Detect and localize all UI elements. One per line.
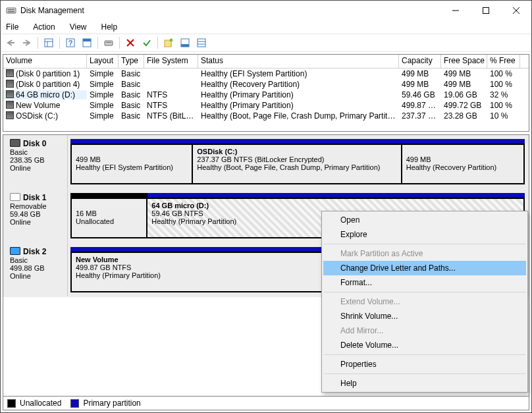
- volume-list[interactable]: VolumeLayoutTypeFile SystemStatusCapacit…: [3, 54, 529, 132]
- help-button[interactable]: ?: [63, 36, 78, 50]
- cell-status: Healthy (Primary Partition): [198, 90, 399, 99]
- cell-capacity: 499 MB: [399, 69, 441, 78]
- partition-label: New Volume: [76, 256, 119, 263]
- cell-status: Healthy (Boot, Page File, Crash Dump, Pr…: [198, 111, 399, 121]
- context-menu-item[interactable]: Format...: [323, 275, 526, 290]
- new-partition-icon[interactable]: [161, 36, 176, 50]
- disk-icon: [10, 247, 20, 255]
- toolbar: ?: [1, 34, 531, 52]
- disk-header-2[interactable]: Disk 2 Basic 499.88 GB Online: [3, 243, 68, 296]
- cell-pct: 100 %: [487, 69, 520, 78]
- partition-label: 64 GB micro (D:): [151, 202, 209, 209]
- cell-volume: OSDisk (C:): [3, 111, 87, 121]
- disk-size: 59.48 GB: [10, 210, 40, 218]
- disk-icon: [10, 139, 20, 147]
- close-button[interactable]: [501, 1, 531, 20]
- column-header-fs[interactable]: File System: [144, 55, 198, 68]
- volume-stripe-icon: [6, 80, 14, 88]
- disk-size: 238.35 GB: [10, 156, 45, 164]
- column-header-layout[interactable]: Layout: [87, 55, 119, 68]
- partition-label: OSDisk (C:): [197, 148, 237, 155]
- context-menu-item[interactable]: Shrink Volume...: [323, 309, 526, 323]
- context-menu-item: Mark Partition as Active: [323, 246, 526, 261]
- cell-type: Basic: [119, 80, 144, 89]
- volume-stripe-icon: [6, 111, 14, 119]
- disk-row-0: Disk 0 Basic 238.35 GB Online 499 MB Hea…: [3, 135, 529, 189]
- partition-box-unallocated[interactable]: 16 MB Unallocated: [70, 198, 147, 238]
- minimize-button[interactable]: [440, 1, 471, 20]
- maximize-button[interactable]: [471, 1, 501, 20]
- disk-status: Online: [10, 272, 31, 280]
- cell-status: Healthy (EFI System Partition): [198, 69, 399, 78]
- cell-pct: 32 %: [487, 90, 520, 99]
- context-menu-item: Extend Volume...: [323, 294, 526, 309]
- delete-icon[interactable]: [123, 36, 138, 50]
- partition-status: Healthy (Recovery Partition): [406, 163, 497, 171]
- partition-status: Healthy (EFI System Partition): [76, 163, 173, 171]
- volume-row[interactable]: New VolumeSimpleBasicNTFSHealthy (Primar…: [3, 100, 529, 111]
- menu-help[interactable]: Help: [100, 22, 119, 32]
- disk-name: Disk 0: [23, 139, 46, 148]
- cell-type: Basic: [119, 69, 144, 78]
- layout-top-button[interactable]: [80, 36, 94, 50]
- column-header-type[interactable]: Type: [119, 55, 144, 68]
- menu-action[interactable]: Action: [32, 22, 56, 32]
- cell-free: 19.06 GB: [441, 90, 487, 99]
- menu-view[interactable]: View: [68, 22, 88, 32]
- column-header-capacity[interactable]: Capacity: [399, 55, 441, 68]
- check-icon[interactable]: [140, 36, 154, 50]
- partition-box[interactable]: 499 MB Healthy (EFI System Partition): [70, 144, 193, 184]
- volume-row[interactable]: OSDisk (C:)SimpleBasicNTFS (BitLo...Heal…: [3, 111, 529, 121]
- disk-header-0[interactable]: Disk 0 Basic 238.35 GB Online: [3, 135, 68, 188]
- context-menu-item[interactable]: Help: [323, 376, 526, 391]
- context-menu-item[interactable]: Explore: [323, 227, 526, 242]
- column-header-free[interactable]: Free Space: [441, 55, 487, 68]
- column-header-status[interactable]: Status: [198, 55, 399, 68]
- list-layout-icon[interactable]: [194, 36, 209, 50]
- svg-rect-2: [8, 11, 14, 13]
- volume-row[interactable]: 64 GB micro (D:)SimpleBasicNTFSHealthy (…: [3, 90, 529, 100]
- partition-size: 499 MB: [76, 155, 101, 163]
- column-header-volume[interactable]: Volume: [3, 55, 87, 68]
- disk-type: Basic: [10, 148, 28, 156]
- partition-box[interactable]: 499 MB Healthy (Recovery Partition): [402, 144, 525, 184]
- menu-file[interactable]: File: [5, 22, 20, 32]
- volume-row[interactable]: (Disk 0 partition 4)SimpleBasicHealthy (…: [3, 79, 529, 90]
- refresh-layout-button[interactable]: [41, 36, 56, 50]
- context-menu-item[interactable]: Open: [323, 213, 526, 227]
- cell-fs: NTFS (BitLo...: [144, 111, 198, 121]
- cell-status: Healthy (Recovery Partition): [198, 80, 399, 89]
- bottom-layout-icon[interactable]: [178, 36, 192, 50]
- partition-box[interactable]: OSDisk (C:) 237.37 GB NTFS (BitLocker En…: [193, 144, 402, 184]
- context-menu-item[interactable]: Delete Volume...: [323, 338, 526, 352]
- svg-rect-17: [106, 42, 111, 43]
- svg-rect-15: [83, 39, 91, 41]
- cell-layout: Simple: [87, 90, 119, 99]
- disk-name: Disk 2: [23, 247, 46, 256]
- svg-rect-0: [7, 8, 16, 13]
- disk-management-window: Disk Management File Action View Help ? …: [0, 0, 532, 413]
- context-menu-separator: [324, 354, 525, 355]
- partition-size: 237.37 GB NTFS (BitLocker Encrypted): [197, 155, 324, 163]
- partition-status: Healthy (Primary Partition): [151, 217, 236, 225]
- legend-label: Unallocated: [20, 399, 61, 408]
- column-header-pct[interactable]: % Free: [487, 55, 520, 68]
- scan-button[interactable]: [101, 36, 116, 50]
- partition-status: Healthy (Primary Partition): [76, 271, 161, 279]
- partition-status: Unallocated: [76, 217, 114, 225]
- context-menu-separator: [324, 373, 525, 374]
- cell-layout: Simple: [87, 80, 119, 89]
- context-menu-item[interactable]: Properties: [323, 357, 526, 372]
- back-button[interactable]: [3, 36, 18, 50]
- forward-button[interactable]: [20, 36, 34, 50]
- disk-header-1[interactable]: Disk 1 Removable 59.48 GB Online: [3, 189, 68, 242]
- context-menu-item[interactable]: Change Drive Letter and Paths...: [323, 261, 526, 275]
- legend-label: Primary partition: [83, 399, 140, 408]
- partition-size: 59.46 GB NTFS: [151, 209, 203, 217]
- disk-name: Disk 1: [23, 193, 46, 202]
- svg-rect-24: [198, 39, 205, 47]
- cell-free: 499 MB: [441, 69, 487, 78]
- cell-volume: (Disk 0 partition 1): [3, 69, 87, 78]
- cell-fs: NTFS: [144, 90, 198, 99]
- volume-row[interactable]: (Disk 0 partition 1)SimpleBasicHealthy (…: [3, 69, 529, 79]
